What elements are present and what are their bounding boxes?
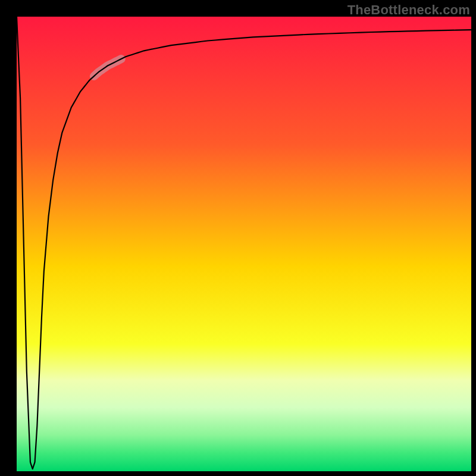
bottleneck-chart-frame: TheBottleneck.com bbox=[0, 0, 476, 476]
watermark-text: TheBottleneck.com bbox=[347, 2, 470, 18]
plot-background bbox=[17, 17, 471, 471]
bottleneck-curve-chart bbox=[0, 0, 476, 476]
